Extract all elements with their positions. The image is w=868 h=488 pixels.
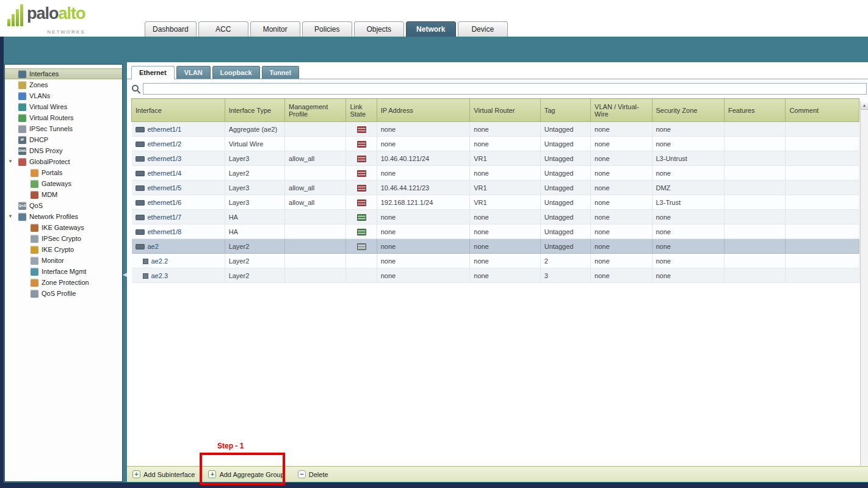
sidebar-item-dhcp[interactable]: IPDHCP xyxy=(5,134,122,145)
sidebar-item-interface-mgmt[interactable]: Interface Mgmt xyxy=(5,266,122,277)
sidebar-item-interfaces[interactable]: Interfaces xyxy=(5,68,122,79)
sidebar-item-ipsec-crypto[interactable]: IPSec Crypto xyxy=(5,233,122,244)
sidebar-collapse-arrow[interactable]: ◀ xyxy=(123,271,127,278)
column-header-features[interactable]: Features xyxy=(724,99,785,122)
sidebar-item-gateways[interactable]: Gateways xyxy=(5,178,122,189)
sidebar-item-mdm[interactable]: MDM xyxy=(5,189,122,200)
column-header-interface-type[interactable]: Interface Type xyxy=(225,99,284,122)
tab-network[interactable]: Network xyxy=(406,21,456,37)
table-row-ae2[interactable]: ae2Layer2nonenoneUntaggednonenone xyxy=(132,239,859,254)
vertical-scrollbar[interactable]: ▲ xyxy=(860,101,868,465)
tab-acc[interactable]: ACC xyxy=(198,21,248,37)
expander-icon[interactable]: ▼ xyxy=(8,156,13,167)
table-row-ethernet1-4[interactable]: ethernet1/4Layer2nonenoneUntaggednonenon… xyxy=(132,166,859,181)
subtab-ethernet[interactable]: Ethernet xyxy=(131,66,175,79)
cell-comment xyxy=(786,254,859,268)
search-icon[interactable] xyxy=(131,84,140,93)
interface-link[interactable]: ae2.3 xyxy=(151,272,168,279)
table-row-ethernet1-8[interactable]: ethernet1/8HAnonenoneUntaggednonenone xyxy=(132,224,859,239)
tab-monitor[interactable]: Monitor xyxy=(250,21,300,37)
tab-objects[interactable]: Objects xyxy=(354,21,404,37)
sidebar-item-vlans[interactable]: VLANs xyxy=(5,90,122,101)
cell-interface: ethernet1/6 xyxy=(132,195,225,210)
expander-icon[interactable]: ▼ xyxy=(8,211,13,222)
tab-device[interactable]: Device xyxy=(458,21,508,37)
interface-link[interactable]: ethernet1/4 xyxy=(148,170,182,177)
sidebar-item-dns-proxy[interactable]: DNSDNS Proxy xyxy=(5,145,122,156)
sidebar-item-globalprotect[interactable]: ▼GlobalProtect xyxy=(5,156,122,167)
cell-link-state xyxy=(346,151,377,166)
cell-interface: ethernet1/7 xyxy=(132,210,225,224)
column-header-interface[interactable]: Interface xyxy=(132,99,225,122)
table-row-ae2-3[interactable]: ae2.3Layer2nonenone3nonenone xyxy=(132,268,859,283)
scroll-up-icon[interactable]: ▲ xyxy=(861,101,868,110)
sidebar-item-virtual-wires[interactable]: Virtual Wires xyxy=(5,101,122,112)
sidebar-item-virtual-routers[interactable]: Virtual Routers xyxy=(5,112,122,123)
sidebar-item-label: DHCP xyxy=(29,136,48,143)
cell-management-profile: allow_all xyxy=(285,195,346,210)
interface-link[interactable]: ethernet1/1 xyxy=(148,126,182,133)
tab-policies[interactable]: Policies xyxy=(302,21,352,37)
subtab-vlan[interactable]: VLAN xyxy=(176,66,211,79)
sidebar-item-label: QoS Profile xyxy=(42,290,76,297)
cell-comment xyxy=(786,239,859,254)
sidebar-item-qos[interactable]: QoSQoS xyxy=(5,200,122,211)
sidebar-item-zone-protection[interactable]: Zone Protection xyxy=(5,277,122,288)
table-row-ethernet1-2[interactable]: ethernet1/2Virtual WirenonenoneUntaggedn… xyxy=(132,137,859,151)
delete-button[interactable]: −Delete xyxy=(298,470,328,478)
interface-icon xyxy=(136,244,145,249)
cell-interface-type: Layer2 xyxy=(225,254,284,268)
sidebar-item-ipsec-tunnels[interactable]: IPSec Tunnels xyxy=(5,123,122,134)
sidebar-item-ike-crypto[interactable]: IKE Crypto xyxy=(5,244,122,255)
cell-link-state xyxy=(346,137,377,151)
interface-link[interactable]: ae2 xyxy=(148,243,159,250)
cell-tag: Untagged xyxy=(540,166,590,181)
table-row-ethernet1-7[interactable]: ethernet1/7HAnonenoneUntaggednonenone xyxy=(132,210,859,224)
link-state-unknown-icon xyxy=(357,243,366,250)
column-header-security-zone[interactable]: Security Zone xyxy=(652,99,724,122)
table-row-ethernet1-6[interactable]: ethernet1/6Layer3allow_all192.168.121.1/… xyxy=(132,195,859,210)
column-header-tag[interactable]: Tag xyxy=(540,99,590,122)
interface-link[interactable]: ethernet1/5 xyxy=(148,184,182,192)
column-header-ip-address[interactable]: IP Address xyxy=(377,99,470,122)
interface-link[interactable]: ethernet1/3 xyxy=(148,155,182,162)
column-header-management-profile[interactable]: Management Profile xyxy=(285,99,346,122)
column-header-virtual-router[interactable]: Virtual Router xyxy=(470,99,540,122)
column-header-vlan-virtual-wire[interactable]: VLAN / Virtual-Wire xyxy=(591,99,652,122)
search-input[interactable] xyxy=(143,83,867,95)
sidebar-item-network-profiles[interactable]: ▼Network Profiles xyxy=(5,211,122,222)
sidebar-item-portals[interactable]: Portals xyxy=(5,167,122,178)
interface-link[interactable]: ethernet1/8 xyxy=(148,228,182,235)
cell-virtual-router: VR1 xyxy=(470,195,540,210)
sidebar-item-qos-profile[interactable]: QoS Profile xyxy=(5,288,122,299)
table-row-ethernet1-5[interactable]: ethernet1/5Layer3allow_all10.46.44.121/2… xyxy=(132,181,859,195)
subtab-loopback[interactable]: Loopback xyxy=(212,66,260,79)
table-row-ae2-2[interactable]: ae2.2Layer2nonenone2nonenone xyxy=(132,254,859,268)
sidebar-item-ike-gateways[interactable]: IKE Gateways xyxy=(5,222,122,233)
table-row-ethernet1-1[interactable]: ethernet1/1Aggregate (ae2)nonenoneUntagg… xyxy=(132,122,859,137)
cell-virtual-router: none xyxy=(470,166,540,181)
cell-virtual-router: none xyxy=(470,268,540,283)
sidebar-item-label: Interfaces xyxy=(29,70,59,77)
interface-link[interactable]: ethernet1/2 xyxy=(148,140,182,148)
column-header-link-state[interactable]: Link State xyxy=(346,99,377,122)
zone-protection-icon xyxy=(31,279,38,287)
table-row-ethernet1-3[interactable]: ethernet1/3Layer3allow_all10.46.40.121/2… xyxy=(132,151,859,166)
interface-link[interactable]: ethernet1/7 xyxy=(148,214,182,221)
tab-dashboard[interactable]: Dashboard xyxy=(145,21,197,37)
brand-networks: NETWORKS xyxy=(27,23,85,41)
subtabs: EthernetVLANLoopbackTunnel xyxy=(127,62,868,79)
interface-link[interactable]: ae2.2 xyxy=(151,257,168,265)
add-subinterface-button[interactable]: +Add Subinterface xyxy=(132,470,195,478)
column-header-comment[interactable]: Comment xyxy=(786,99,859,122)
cell-tag: Untagged xyxy=(540,181,590,195)
sidebar-item-zones[interactable]: Zones xyxy=(5,79,122,90)
sidebar-item-label: MDM xyxy=(42,191,57,198)
subtab-tunnel[interactable]: Tunnel xyxy=(262,66,299,79)
table-head: InterfaceInterface TypeManagement Profil… xyxy=(132,99,859,122)
cell-tag: Untagged xyxy=(540,224,590,239)
interface-link[interactable]: ethernet1/6 xyxy=(148,199,182,206)
cell-virtual-router: none xyxy=(470,210,540,224)
sidebar-item-monitor[interactable]: Monitor xyxy=(5,255,122,266)
network-profiles-icon xyxy=(18,213,26,221)
